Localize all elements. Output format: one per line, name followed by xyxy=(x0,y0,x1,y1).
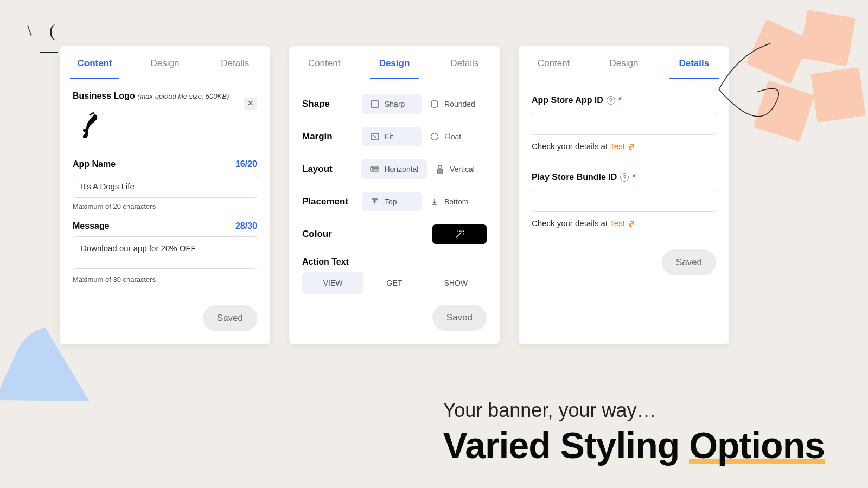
colour-label: Colour xyxy=(302,229,362,240)
app-name-counter: 16/20 xyxy=(235,159,257,169)
remove-logo-button[interactable]: ✕ xyxy=(244,97,257,110)
play-store-id-input[interactable] xyxy=(532,189,716,212)
play-store-id-label: Play Store Bundle ID xyxy=(532,172,617,182)
tab-design[interactable]: Design xyxy=(359,46,429,79)
placement-label: Placement xyxy=(302,196,362,207)
svg-rect-6 xyxy=(438,165,442,168)
svg-rect-1 xyxy=(431,101,438,107)
svg-rect-4 xyxy=(374,167,378,169)
vertical-icon xyxy=(436,165,444,174)
hero-text: Your banner, your way… Varied Styling Op… xyxy=(443,399,825,466)
app-name-label: App Name xyxy=(73,159,116,169)
saved-button[interactable]: Saved xyxy=(432,305,487,331)
message-help: Maximum of 30 characters xyxy=(73,275,257,284)
tab-details[interactable]: Details xyxy=(200,46,270,79)
top-icon xyxy=(371,197,379,206)
app-name-help: Maximum of 20 characters xyxy=(73,202,257,210)
tab-content[interactable]: Content xyxy=(519,46,589,79)
svg-rect-0 xyxy=(372,101,378,107)
tab-content[interactable]: Content xyxy=(60,46,130,79)
svg-rect-3 xyxy=(371,167,373,171)
business-logo-hint: (max upload file size: 500KB) xyxy=(137,92,229,100)
shape-rounded-option[interactable]: Rounded xyxy=(422,94,484,114)
app-store-id-label: App Store App ID xyxy=(532,95,603,105)
float-icon xyxy=(430,132,439,141)
rounded-square-icon xyxy=(430,100,439,108)
help-icon[interactable]: ? xyxy=(620,173,629,182)
hero-subtitle: Your banner, your way… xyxy=(443,399,825,422)
panel-content: Content Design Details Business Logo (ma… xyxy=(60,46,270,344)
tab-details[interactable]: Details xyxy=(659,46,729,79)
wand-icon xyxy=(455,229,464,239)
close-icon: ✕ xyxy=(247,99,254,107)
tab-design[interactable]: Design xyxy=(589,46,659,79)
message-counter: 28/30 xyxy=(235,221,257,231)
app-store-id-input[interactable] xyxy=(532,112,716,135)
message-label: Message xyxy=(73,221,110,231)
decoration-scribble: \ ( — xyxy=(27,21,58,61)
app-store-check-text: Check your details at Test xyxy=(532,142,716,151)
placement-bottom-option[interactable]: Bottom xyxy=(422,192,481,211)
action-text-label: Action Text xyxy=(302,257,487,267)
action-get-option[interactable]: GET xyxy=(363,272,425,294)
hero-title: Varied Styling Options xyxy=(443,424,825,466)
placement-top-option[interactable]: Top xyxy=(362,192,422,211)
layout-label: Layout xyxy=(302,164,361,175)
business-logo-label: Business Logo xyxy=(73,91,135,100)
help-icon[interactable]: ? xyxy=(607,96,615,105)
margin-float-option[interactable]: Float xyxy=(422,127,481,146)
colour-picker-button[interactable] xyxy=(432,224,487,244)
svg-rect-5 xyxy=(374,170,378,171)
panel-design: Content Design Details Shape Sharp Round… xyxy=(289,46,500,344)
app-name-input[interactable] xyxy=(73,175,257,198)
app-store-test-link[interactable]: Test xyxy=(610,142,635,151)
required-indicator: * xyxy=(618,95,622,105)
margin-label: Margin xyxy=(302,131,362,142)
action-view-option[interactable]: VIEW xyxy=(302,272,363,294)
play-store-check-text: Check your details at Test xyxy=(532,219,716,228)
external-link-icon xyxy=(628,144,635,150)
bottom-icon xyxy=(430,197,439,206)
tab-content[interactable]: Content xyxy=(289,46,359,79)
tab-details[interactable]: Details xyxy=(430,46,500,79)
layout-vertical-option[interactable]: Vertical xyxy=(427,159,487,179)
message-input[interactable]: Download our app for 20% OFF xyxy=(73,236,257,269)
margin-fit-option[interactable]: Fit xyxy=(362,127,422,146)
action-show-option[interactable]: SHOW xyxy=(425,272,487,294)
shape-label: Shape xyxy=(302,99,362,110)
external-link-icon xyxy=(628,221,635,227)
saved-button[interactable]: Saved xyxy=(203,305,257,331)
layout-horizontal-option[interactable]: Horizontal xyxy=(361,159,427,179)
business-logo-image[interactable] xyxy=(73,105,103,146)
panel-details: Content Design Details App Store App ID … xyxy=(519,46,729,344)
horizontal-icon xyxy=(370,165,379,174)
tab-design[interactable]: Design xyxy=(130,46,200,79)
svg-rect-7 xyxy=(437,169,443,171)
svg-rect-8 xyxy=(437,172,443,173)
play-store-test-link[interactable]: Test xyxy=(610,219,635,228)
required-indicator: * xyxy=(632,172,635,182)
saved-button[interactable]: Saved xyxy=(662,249,716,275)
square-icon xyxy=(371,100,379,108)
fit-icon xyxy=(371,132,379,141)
shape-sharp-option[interactable]: Sharp xyxy=(362,94,422,114)
